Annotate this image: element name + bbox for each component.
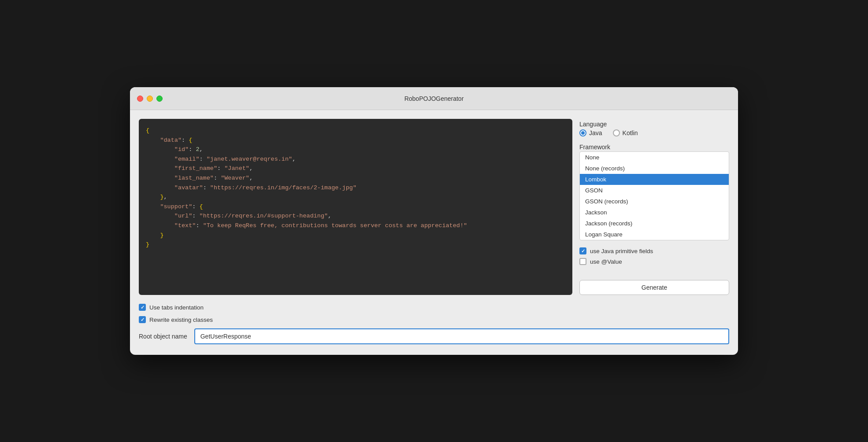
editor-section: { "data": { "id": 2, "email": "janet.wea… bbox=[139, 119, 572, 295]
code-editor[interactable]: { "data": { "id": 2, "email": "janet.wea… bbox=[139, 119, 572, 295]
main-window: RoboPOJOGenerator { "data": { "id": 2, "… bbox=[130, 87, 738, 355]
code-line: "text": "To keep ReqRes free, contributi… bbox=[146, 221, 565, 231]
framework-label: Framework bbox=[579, 144, 729, 151]
code-line: "first_name": "Janet", bbox=[146, 164, 565, 173]
language-label: Language bbox=[579, 121, 729, 128]
language-section: Language Java Kotlin bbox=[579, 121, 729, 140]
use-tabs-row: Use tabs indentation bbox=[139, 304, 729, 311]
code-line: } bbox=[146, 231, 565, 240]
options-section: use Java primitive fields use @Value bbox=[579, 247, 729, 265]
root-name-row: Root object name bbox=[139, 328, 729, 344]
framework-item-none[interactable]: None bbox=[580, 152, 729, 163]
code-line: "last_name": "Weaver", bbox=[146, 173, 565, 183]
code-line: "email": "janet.weaver@reqres.in", bbox=[146, 155, 565, 164]
code-content: { "data": { "id": 2, "email": "janet.wea… bbox=[146, 126, 565, 250]
title-bar: RoboPOJOGenerator bbox=[130, 87, 738, 110]
radio-java-label: Java bbox=[589, 129, 602, 136]
maximize-button[interactable] bbox=[156, 96, 163, 102]
rewrite-classes-row: Rewrite existing classes bbox=[139, 316, 729, 323]
minimize-button[interactable] bbox=[147, 96, 153, 102]
checkbox-use-java-primitive-box bbox=[579, 247, 586, 254]
checkbox-use-value-label: use @Value bbox=[590, 258, 622, 265]
checkbox-use-tabs-box bbox=[139, 304, 146, 311]
framework-item-logan-square[interactable]: Logan Square bbox=[580, 229, 729, 240]
radio-kotlin-circle bbox=[613, 129, 620, 136]
code-line: } bbox=[146, 240, 565, 250]
radio-kotlin[interactable]: Kotlin bbox=[613, 129, 638, 136]
code-line: "avatar": "https://reqres.in/img/faces/2… bbox=[146, 183, 565, 193]
checkbox-use-value[interactable]: use @Value bbox=[579, 258, 729, 265]
code-line: "data": { bbox=[146, 136, 565, 145]
framework-item-lombok[interactable]: Lombok bbox=[580, 174, 729, 185]
framework-item-jackson[interactable]: Jackson bbox=[580, 207, 729, 218]
radio-java[interactable]: Java bbox=[579, 129, 602, 136]
checkbox-rewrite-classes-label: Rewrite existing classes bbox=[149, 317, 213, 323]
sidebar: Language Java Kotlin Framework bbox=[579, 119, 729, 295]
main-area: { "data": { "id": 2, "email": "janet.wea… bbox=[139, 119, 729, 295]
framework-item-gson-records[interactable]: GSON (records) bbox=[580, 196, 729, 207]
code-line: }, bbox=[146, 192, 565, 202]
framework-list: None None (records) Lombok GSON GSON (re… bbox=[579, 151, 729, 240]
radio-kotlin-label: Kotlin bbox=[623, 129, 638, 136]
root-name-label: Root object name bbox=[139, 333, 187, 340]
generate-button[interactable]: Generate bbox=[579, 280, 729, 295]
framework-item-none-records[interactable]: None (records) bbox=[580, 163, 729, 174]
root-name-input[interactable] bbox=[194, 328, 729, 344]
framework-item-gson[interactable]: GSON bbox=[580, 185, 729, 196]
checkbox-use-java-primitive[interactable]: use Java primitive fields bbox=[579, 247, 729, 254]
window-content: { "data": { "id": 2, "email": "janet.wea… bbox=[130, 110, 738, 355]
code-line: "id": 2, bbox=[146, 145, 565, 155]
framework-item-jackson-records[interactable]: Jackson (records) bbox=[580, 218, 729, 229]
code-line: { bbox=[146, 126, 565, 136]
language-radio-group: Java Kotlin bbox=[579, 129, 729, 136]
traffic-lights bbox=[137, 96, 163, 102]
checkbox-use-java-primitive-label: use Java primitive fields bbox=[590, 248, 653, 254]
window-title: RoboPOJOGenerator bbox=[404, 95, 464, 102]
code-line: "url": "https://reqres.in/#support-headi… bbox=[146, 211, 565, 221]
radio-java-circle bbox=[579, 129, 586, 136]
checkbox-use-tabs[interactable]: Use tabs indentation bbox=[139, 304, 204, 311]
code-line: "support": { bbox=[146, 202, 565, 212]
checkbox-rewrite-classes[interactable]: Rewrite existing classes bbox=[139, 316, 213, 323]
checkbox-use-value-box bbox=[579, 258, 586, 265]
bottom-controls: Use tabs indentation Rewrite existing cl… bbox=[139, 302, 729, 346]
framework-section: Framework None None (records) Lombok GSO… bbox=[579, 144, 729, 240]
checkbox-rewrite-classes-box bbox=[139, 316, 146, 323]
close-button[interactable] bbox=[137, 96, 143, 102]
checkbox-use-tabs-label: Use tabs indentation bbox=[149, 304, 204, 311]
